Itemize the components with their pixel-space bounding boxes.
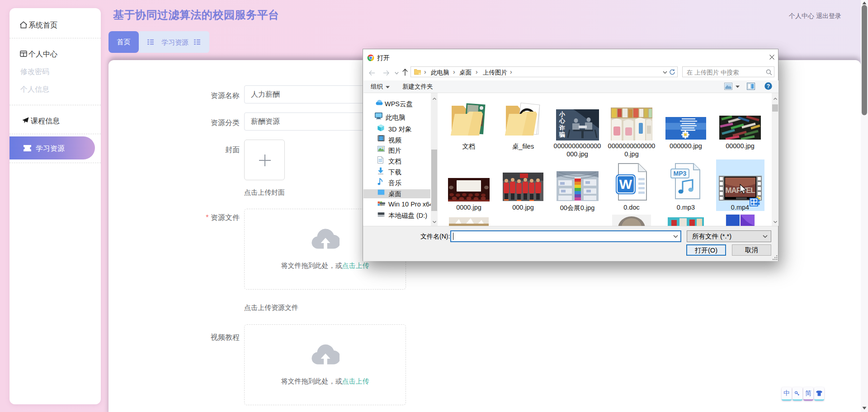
svg-text:诈: 诈 <box>559 124 565 131</box>
svg-text:MP3: MP3 <box>674 170 687 177</box>
svg-text:骗: 骗 <box>559 131 565 138</box>
svg-text:小: 小 <box>559 111 566 117</box>
svg-text:?: ? <box>767 83 770 89</box>
svg-text:心: 心 <box>559 117 566 124</box>
svg-text:W: W <box>619 177 632 192</box>
